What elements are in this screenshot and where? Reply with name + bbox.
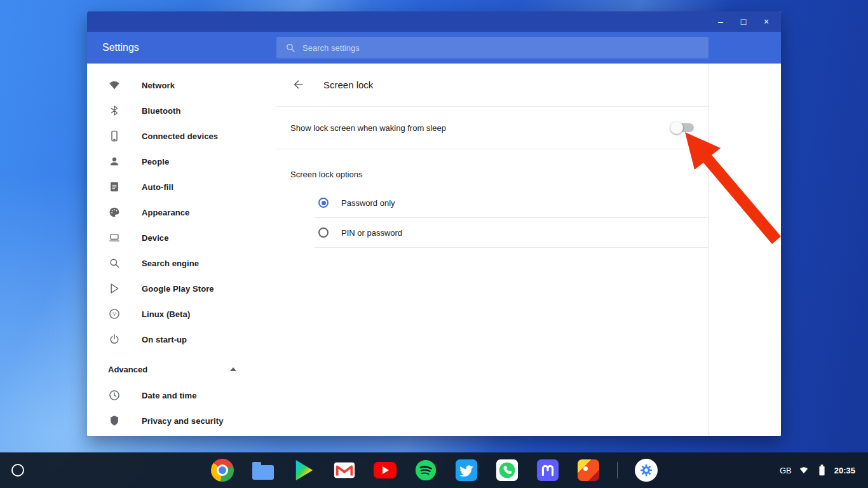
launcher-button[interactable] [5, 458, 31, 483]
search-icon [284, 41, 296, 54]
minimize-button[interactable]: – [712, 14, 729, 29]
app-title: Settings [87, 42, 276, 53]
shelf-separator [617, 462, 618, 478]
play-icon [108, 282, 121, 295]
settings-window: – □ × Settings Network [87, 11, 781, 436]
radio-label: Password only [341, 198, 395, 208]
launcher-icon [11, 464, 24, 477]
settings-app-icon[interactable] [634, 458, 658, 482]
sidebar-item-autofill[interactable]: Auto-fill [87, 174, 276, 200]
sidebar-item-bluetooth[interactable]: Bluetooth [87, 98, 276, 123]
keyboard-layout-indicator: GB [780, 466, 792, 475]
sidebar-item-label: People [142, 157, 169, 166]
sidebar-item-people[interactable]: People [87, 149, 276, 174]
magnifier-icon [108, 257, 121, 269]
sidebar-item-label: Search engine [142, 259, 199, 268]
palette-icon [108, 206, 121, 219]
spotify-app-icon[interactable] [414, 458, 438, 482]
wifi-icon [108, 79, 121, 92]
sidebar-item-appearance[interactable]: Appearance [87, 200, 276, 225]
radio-selected-icon [318, 198, 329, 208]
person-icon [108, 155, 121, 168]
back-button[interactable] [290, 78, 306, 93]
chevron-up-icon [230, 367, 236, 371]
search-input[interactable] [302, 43, 701, 53]
mastodon-app-icon[interactable] [536, 458, 560, 482]
sidebar-item-label: Linux (Beta) [142, 309, 190, 319]
sidebar-item-connected-devices[interactable]: Connected devices [87, 123, 276, 149]
toggle-label: Show lock screen when waking from sleep [290, 123, 446, 133]
advanced-label: Advanced [108, 365, 147, 374]
bluetooth-icon [108, 104, 121, 117]
shelf: GB 20:35 [0, 452, 868, 488]
radio-option-pin-or-password[interactable]: PIN or password [276, 218, 708, 247]
desktop-wallpaper: – □ × Settings Network [0, 0, 868, 488]
sidebar-item-linux[interactable]: Linux (Beta) [87, 301, 276, 327]
sidebar-item-label: Appearance [142, 208, 189, 217]
assignment-icon [108, 180, 121, 193]
page-title: Screen lock [323, 79, 373, 90]
settings-header: Settings [87, 32, 781, 64]
youtube-app-icon[interactable] [373, 458, 397, 482]
clock-icon [108, 389, 121, 402]
wake-from-sleep-row: Show lock screen when waking from sleep [276, 107, 708, 149]
google-play-app-icon[interactable] [292, 458, 316, 482]
sidebar-item-label: Auto-fill [142, 182, 173, 192]
status-tray[interactable]: GB 20:35 [772, 458, 863, 483]
sidebar-item-label: Bluetooth [142, 106, 181, 116]
section-title: Screen lock options [276, 149, 708, 188]
sidebar-item-on-startup[interactable]: On start-up [87, 327, 276, 352]
settings-search-bar[interactable] [276, 37, 709, 58]
clock-time: 20:35 [834, 466, 855, 475]
power-icon [108, 333, 121, 346]
game-app-icon[interactable] [576, 458, 600, 482]
toggle-knob [670, 121, 683, 134]
sidebar-item-label: Date and time [142, 391, 197, 400]
sidebar-advanced-toggle[interactable]: Advanced [87, 356, 276, 383]
sidebar-item-google-play[interactable]: Google Play Store [87, 276, 276, 301]
sidebar-item-label: On start-up [142, 335, 187, 344]
window-right-gutter [709, 64, 781, 436]
sidebar-item-date-time[interactable]: Date and time [87, 383, 276, 408]
sidebar-item-label: Network [142, 81, 175, 90]
chrome-app-icon[interactable] [210, 458, 234, 482]
sidebar-item-device[interactable]: Device [87, 225, 276, 250]
sidebar-item-search-engine[interactable]: Search engine [87, 250, 276, 276]
penguin-icon [108, 308, 121, 320]
wifi-status-icon [797, 464, 810, 477]
close-button[interactable]: × [758, 14, 775, 29]
shield-icon [108, 414, 121, 427]
whatsapp-app-icon[interactable] [495, 458, 519, 482]
page-header: Screen lock [276, 64, 708, 107]
divider [315, 247, 708, 248]
maximize-button[interactable]: □ [735, 14, 752, 29]
radio-unselected-icon [318, 227, 329, 238]
screen-lock-page: Screen lock Show lock screen when waking… [276, 64, 709, 436]
laptop-icon [108, 231, 121, 244]
gmail-app-icon[interactable] [332, 458, 356, 482]
sidebar-item-network[interactable]: Network [87, 72, 276, 98]
shelf-apps [210, 458, 658, 482]
sidebar-item-label: Privacy and security [142, 416, 223, 426]
radio-label: PIN or password [341, 228, 402, 238]
sidebar-item-privacy-security[interactable]: Privacy and security [87, 408, 276, 433]
settings-sidebar: Network Bluetooth Connected devices Peop… [87, 64, 276, 436]
battery-status-icon [816, 464, 829, 477]
window-titlebar: – □ × [87, 11, 781, 32]
sidebar-item-label: Device [142, 233, 169, 243]
smartphone-icon [108, 130, 121, 142]
radio-option-password-only[interactable]: Password only [276, 188, 708, 217]
sidebar-item-label: Google Play Store [142, 284, 214, 294]
sidebar-item-label: Connected devices [142, 132, 218, 141]
files-app-icon[interactable] [251, 458, 275, 482]
wake-lock-toggle[interactable] [672, 123, 694, 132]
twitter-app-icon[interactable] [454, 458, 478, 482]
